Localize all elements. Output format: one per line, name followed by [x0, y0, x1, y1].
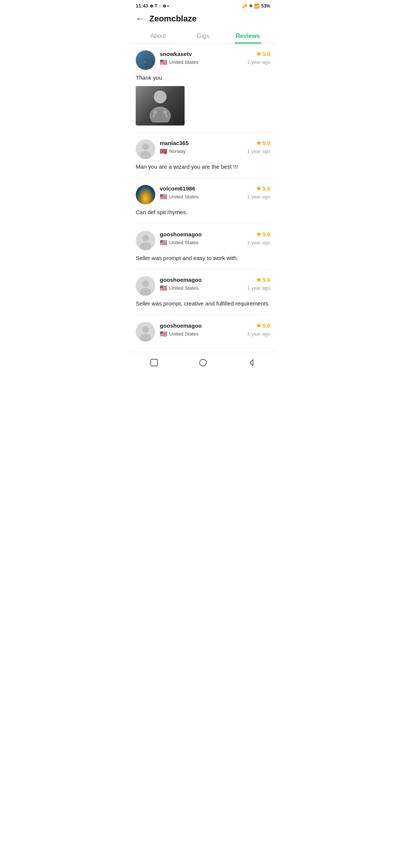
- time-ago: 1 year ago: [247, 148, 270, 154]
- reviewer-name: volcom61986: [160, 185, 195, 192]
- reviews-list: 📺 snowkasetv ★ 5.0 🇺🇸 United States 1 ye…: [130, 44, 276, 349]
- flag-icon: 🇺🇸: [160, 193, 167, 200]
- review-item: 📺 snowkasetv ★ 5.0 🇺🇸 United States 1 ye…: [136, 44, 270, 133]
- tab-about[interactable]: About: [136, 28, 180, 43]
- svg-point-12: [140, 242, 151, 250]
- status-bar: 11:43 ⊛ T ↕ ⊚ • 🔑 ✳ 📶 53%: [130, 0, 276, 10]
- star-icon: ★: [256, 185, 261, 192]
- nav-back-button[interactable]: [247, 357, 257, 368]
- country-name: United States: [169, 285, 198, 291]
- tab-gigs[interactable]: Gigs: [180, 28, 225, 43]
- time-display: 11:43: [136, 3, 148, 9]
- review-meta: volcom61986 ★ 5.0 🇺🇸 United States 1 yea…: [160, 185, 270, 200]
- review-item: maniac365 ★ 5.0 🇳🇴 Norway 1 year ago Man…: [136, 133, 270, 178]
- flag-icon: 🇳🇴: [160, 148, 167, 155]
- status-time: 11:43 ⊛ T ↕ ⊚ •: [136, 3, 169, 9]
- rating-value: 5.0: [262, 51, 270, 57]
- back-button[interactable]: ←: [136, 14, 144, 24]
- reviewer-row: gooshoemagoo ★ 5.0: [160, 322, 270, 329]
- svg-point-18: [140, 334, 151, 342]
- avatar: [136, 322, 155, 342]
- svg-point-20: [200, 359, 206, 366]
- review-header: volcom61986 ★ 5.0 🇺🇸 United States 1 yea…: [136, 185, 270, 204]
- tab-reviews[interactable]: Reviews: [226, 28, 270, 43]
- country-name: Norway: [169, 148, 186, 154]
- reviewer-row: gooshoemagoo ★ 5.0: [160, 276, 270, 283]
- rating-value: 5.0: [262, 277, 270, 283]
- rating: ★ 5.0: [256, 139, 270, 147]
- country-name: United States: [169, 240, 198, 245]
- svg-point-0: [154, 91, 167, 103]
- reviewer-name: gooshoemagoo: [160, 231, 202, 237]
- reviewer-name: maniac365: [160, 140, 189, 146]
- signal-icon: 📶: [254, 3, 260, 9]
- rating-value: 5.0: [262, 322, 270, 329]
- rating-value: 5.0: [262, 231, 270, 237]
- reviewer-name: gooshoemagoo: [160, 277, 202, 283]
- svg-rect-19: [151, 359, 158, 366]
- review-header: gooshoemagoo ★ 5.0 🇺🇸 United States 1 ye…: [136, 231, 270, 250]
- rating-value: 5.0: [262, 185, 270, 192]
- nav-home-button[interactable]: [198, 357, 208, 368]
- country-name: United States: [169, 194, 198, 200]
- review-text: Thank you: [136, 74, 270, 82]
- svg-point-11: [142, 235, 149, 242]
- status-icons: ⊛ T ↕ ⊚ •: [150, 3, 169, 9]
- reviewer-name: gooshoemagoo: [160, 322, 202, 329]
- review-item: volcom61986 ★ 5.0 🇺🇸 United States 1 yea…: [136, 178, 270, 224]
- rating-value: 5.0: [262, 140, 270, 146]
- flag-icon: 🇺🇸: [160, 239, 167, 246]
- reviewer-row: volcom61986 ★ 5.0: [160, 185, 270, 192]
- review-text: Seller was prompt and easy to work with.: [136, 254, 270, 263]
- country-name: United States: [169, 59, 198, 65]
- review-header: gooshoemagoo ★ 5.0 🇺🇸 United States 1 ye…: [136, 276, 270, 296]
- review-text: Man you are a wizard you are the best !!…: [136, 163, 270, 171]
- time-ago: 1 year ago: [247, 240, 270, 245]
- rating: ★ 5.0: [256, 276, 270, 283]
- key-icon: 🔑: [242, 3, 247, 9]
- avatar: [136, 276, 155, 296]
- country-row: 🇺🇸 United States 1 year ago: [160, 239, 270, 246]
- review-text: Seller was prompt, creative and fulfille…: [136, 299, 270, 308]
- tab-bar: About Gigs Reviews: [130, 28, 276, 44]
- page-header: ← Zeomcblaze: [130, 10, 276, 28]
- review-item: gooshoemagoo ★ 5.0 🇺🇸 United States 1 ye…: [136, 269, 270, 315]
- review-meta: snowkasetv ★ 5.0 🇺🇸 United States 1 year…: [160, 50, 270, 66]
- country-row: 🇺🇸 United States 1 year ago: [160, 59, 270, 66]
- page-title: Zeomcblaze: [149, 14, 197, 24]
- svg-point-14: [142, 280, 149, 287]
- svg-point-8: [142, 144, 149, 150]
- star-icon: ★: [256, 231, 261, 238]
- nav-square-button[interactable]: [149, 357, 159, 368]
- status-right: 🔑 ✳ 📶 53%: [242, 3, 270, 9]
- star-icon: ★: [256, 322, 261, 329]
- time-ago: 1 year ago: [247, 59, 270, 65]
- country-row: 🇺🇸 United States 1 year ago: [160, 284, 270, 292]
- time-ago: 1 year ago: [247, 285, 270, 291]
- review-item: gooshoemagoo ★ 5.0 🇺🇸 United States 1 ye…: [136, 224, 270, 270]
- country-row: 🇺🇸 United States 1 year ago: [160, 330, 270, 337]
- svg-marker-21: [250, 360, 253, 366]
- rating: ★ 5.0: [256, 322, 270, 329]
- avatar: [136, 139, 155, 159]
- reviewer-name: snowkasetv: [160, 51, 192, 57]
- review-header: gooshoemagoo ★ 5.0 🇺🇸 United States 1 ye…: [136, 322, 270, 342]
- flag-icon: 🇺🇸: [160, 59, 167, 66]
- country-name: United States: [169, 331, 198, 337]
- avatar: 📺: [136, 50, 155, 70]
- flag-icon: 🇺🇸: [160, 330, 167, 337]
- review-text: Can def spit rhymes.: [136, 208, 270, 217]
- reviewer-row: maniac365 ★ 5.0: [160, 139, 270, 147]
- avatar: [136, 185, 155, 204]
- flag-icon: 🇺🇸: [160, 284, 167, 292]
- svg-point-9: [140, 151, 151, 159]
- reviewer-row: snowkasetv ★ 5.0: [160, 50, 270, 57]
- review-meta: gooshoemagoo ★ 5.0 🇺🇸 United States 1 ye…: [160, 276, 270, 292]
- star-icon: ★: [256, 276, 261, 283]
- review-meta: gooshoemagoo ★ 5.0 🇺🇸 United States 1 ye…: [160, 322, 270, 337]
- country-row: 🇺🇸 United States 1 year ago: [160, 193, 270, 200]
- review-header: maniac365 ★ 5.0 🇳🇴 Norway 1 year ago: [136, 139, 270, 159]
- review-meta: gooshoemagoo ★ 5.0 🇺🇸 United States 1 ye…: [160, 231, 270, 246]
- bluetooth-icon: ✳: [249, 3, 253, 9]
- rating: ★ 5.0: [256, 231, 270, 238]
